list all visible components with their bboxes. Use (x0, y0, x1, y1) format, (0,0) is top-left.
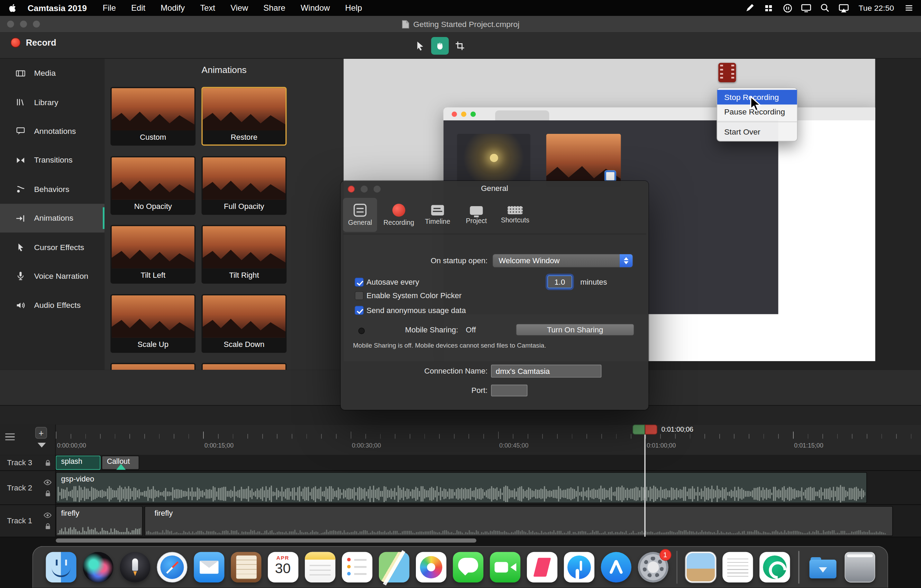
startup-open-select[interactable]: Welcome Window (492, 253, 633, 268)
close-window-button[interactable] (7, 20, 14, 27)
pen-icon[interactable] (744, 2, 756, 14)
menu-share[interactable]: Share (255, 0, 293, 16)
crop-tool-button[interactable] (451, 37, 469, 55)
menubar-clock[interactable]: Tue 22:50 (856, 3, 897, 12)
connection-name-input[interactable] (491, 365, 601, 377)
dock-news-icon[interactable] (527, 552, 557, 583)
animation-tile-custom[interactable]: Custom (111, 87, 195, 146)
menu-help[interactable]: Help (338, 0, 370, 16)
dock-app-store-icon[interactable] (600, 552, 631, 583)
dock-calendar-icon[interactable]: APR 30 (267, 552, 298, 583)
screen-mirroring-icon[interactable] (837, 2, 850, 14)
dock-safari-icon[interactable] (156, 552, 187, 583)
usage-data-checkbox[interactable] (355, 306, 363, 315)
track-2-header[interactable]: Track 2 (0, 471, 56, 505)
sidebar-item-audio-effects[interactable]: Audio Effects (0, 291, 104, 320)
clip-splash[interactable]: splash (56, 455, 100, 470)
animation-tile-scale-up[interactable]: Scale Up (111, 294, 195, 353)
tab-shortcuts[interactable]: Shortcuts (498, 198, 532, 232)
playhead-out-handle[interactable] (645, 424, 657, 434)
add-track-button[interactable]: + (35, 427, 47, 439)
track-options-icon[interactable] (5, 434, 15, 440)
animation-tile-tilt-right[interactable]: Tilt Right (201, 225, 286, 284)
dock-camtasia-icon[interactable] (760, 552, 790, 583)
collapse-tracks-icon[interactable] (38, 443, 46, 448)
sidebar-item-annotations[interactable]: Annotations (0, 117, 104, 146)
autosave-checkbox[interactable] (355, 278, 363, 286)
dock-siri-icon[interactable] (83, 552, 113, 583)
menu-edit[interactable]: Edit (124, 0, 153, 16)
dock-photos-icon[interactable] (415, 552, 446, 583)
recorder-film-icon[interactable] (718, 63, 736, 82)
apple-menu-icon[interactable] (8, 3, 17, 13)
pan-tool-button[interactable] (431, 37, 449, 55)
dock-textedit-icon[interactable] (722, 552, 753, 583)
clip-gsp-video[interactable]: gsp-video (56, 472, 867, 503)
dock-downloads-icon[interactable] (807, 552, 838, 583)
minimize-window-button[interactable] (20, 20, 27, 27)
turn-on-sharing-button[interactable]: Turn On Sharing (516, 323, 635, 336)
lock-icon[interactable] (44, 523, 51, 530)
search-icon[interactable] (818, 2, 832, 14)
dock-facetime-icon[interactable] (490, 552, 520, 583)
lock-icon[interactable] (44, 459, 52, 466)
playhead-line[interactable] (644, 434, 645, 536)
start-over-menu-item[interactable]: Start Over (717, 125, 797, 139)
record-button[interactable]: Record (11, 38, 56, 48)
autosave-minutes-input[interactable] (547, 275, 572, 288)
dock-mail-icon[interactable] (194, 552, 224, 583)
animation-tile-partial[interactable] (111, 363, 195, 370)
dock-messages-icon[interactable] (452, 552, 483, 583)
track-3-header[interactable]: Track 3 (0, 455, 56, 470)
dock-music-icon[interactable] (564, 552, 594, 583)
window-titlebar[interactable]: Getting Started Project.cmproj (0, 16, 921, 32)
dock-system-preferences-icon[interactable]: 1 (638, 552, 668, 583)
sidebar-item-voice-narration[interactable]: Voice Narration (0, 262, 104, 291)
dock-preview-icon[interactable] (685, 552, 716, 583)
animation-tile-no-opacity[interactable]: No Opacity (111, 156, 195, 215)
animation-tile-partial[interactable] (201, 363, 286, 370)
menu-text[interactable]: Text (192, 0, 223, 16)
sidebar-item-transitions[interactable]: Transitions (0, 146, 104, 175)
eye-icon[interactable] (44, 512, 52, 518)
window-grid-icon[interactable] (762, 2, 775, 14)
animation-tile-restore[interactable]: Restore (201, 87, 286, 146)
sidebar-item-animations[interactable]: Animations (0, 204, 104, 233)
tab-recording[interactable]: Recording (382, 198, 416, 232)
tab-timeline[interactable]: Timeline (421, 198, 455, 232)
display-icon[interactable] (800, 2, 813, 14)
sidebar-item-behaviors[interactable]: Behaviors (0, 175, 104, 204)
zoom-window-button[interactable] (33, 20, 40, 27)
color-picker-checkbox[interactable] (355, 291, 363, 300)
notification-list-icon[interactable] (902, 2, 915, 14)
lock-icon[interactable] (44, 489, 51, 496)
sidebar-item-library[interactable]: Library (0, 88, 104, 117)
dock-notes-icon[interactable] (304, 552, 335, 583)
dock-trash-icon[interactable] (844, 552, 875, 583)
animation-tile-scale-down[interactable]: Scale Down (201, 294, 286, 353)
dock-finder-icon[interactable] (46, 552, 76, 583)
animation-tile-tilt-left[interactable]: Tilt Left (111, 225, 195, 284)
animation-tile-full-opacity[interactable]: Full Opacity (201, 156, 286, 215)
dock-contacts-icon[interactable] (230, 552, 261, 583)
eye-icon[interactable] (44, 479, 52, 485)
animation-marker-icon[interactable] (116, 464, 125, 470)
dock-launchpad-icon[interactable] (119, 552, 150, 583)
playhead-in-handle[interactable] (633, 424, 645, 434)
timeline-ruler[interactable]: 0:00:00;00 0:00:15;00 0:00:30;00 0:00:45… (0, 424, 921, 455)
selection-tool-button[interactable] (411, 37, 429, 55)
menu-file[interactable]: File (95, 0, 124, 16)
menu-window[interactable]: Window (293, 0, 338, 16)
app-menu-title[interactable]: Camtasia 2019 (28, 3, 87, 13)
sidebar-item-media[interactable]: Media (0, 59, 104, 88)
record-indicator-icon[interactable] (781, 2, 794, 14)
port-input[interactable] (491, 385, 527, 396)
dock-reminders-icon[interactable] (342, 552, 372, 583)
clip-firefly-1[interactable]: firefly (56, 506, 143, 536)
track-1-header[interactable]: Track 1 (0, 505, 56, 537)
menu-modify[interactable]: Modify (153, 0, 192, 16)
sidebar-item-cursor-effects[interactable]: Cursor Effects (0, 233, 104, 262)
tab-general[interactable]: General (343, 198, 377, 232)
clip-firefly-2[interactable]: firefly (145, 506, 893, 536)
dock-maps-icon[interactable] (379, 552, 409, 583)
